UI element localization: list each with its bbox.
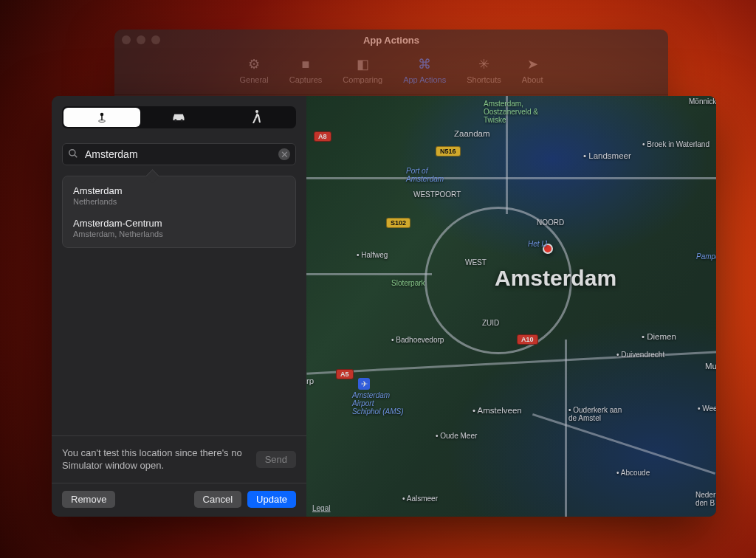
svg-line-7 — [75, 155, 77, 157]
gear-icon: ⚙︎ — [246, 56, 262, 72]
result-primary: Amsterdam-Centrum — [73, 218, 285, 229]
tab-label: Comparing — [343, 75, 382, 84]
map-pin[interactable] — [543, 244, 553, 254]
map-label: Oude Meer — [436, 432, 477, 440]
map-label: Landsmeer — [583, 151, 631, 160]
road-shield: A8 — [314, 131, 331, 142]
svg-point-5 — [255, 110, 258, 113]
tab-label: Shortcuts — [467, 75, 501, 84]
settings-tab-shortcuts[interactable]: ✳︎Shortcuts — [467, 56, 501, 84]
status-row: You can't test this location since there… — [62, 436, 296, 483]
status-text: You can't test this location since there… — [62, 447, 249, 472]
road-shield: S102 — [386, 218, 410, 228]
airplane-icon: ✈ — [358, 378, 370, 390]
remove-button[interactable]: Remove — [62, 491, 115, 508]
result-primary: Amsterdam — [73, 185, 285, 196]
map-label: ZUID — [482, 319, 499, 327]
search-icon — [68, 148, 78, 161]
road — [306, 273, 432, 275]
car-icon — [171, 111, 186, 125]
road-shield: A5 — [336, 369, 354, 379]
map-label: Het IJ — [528, 240, 547, 248]
road-shield: A10 — [517, 334, 538, 345]
map-label: Sloterpark — [391, 279, 425, 287]
map-label: Halfweg — [357, 251, 388, 259]
road — [506, 96, 508, 214]
settings-tab-general[interactable]: ⚙︎General — [240, 56, 269, 84]
map-label: WESTPOORT — [413, 190, 461, 199]
tab-label: Captures — [289, 75, 323, 84]
map-canvas[interactable]: Amsterdam ✈ Legal ZaandamLandsmeerAmster… — [306, 96, 716, 517]
settings-tab-captures[interactable]: ■Captures — [289, 56, 323, 84]
map-label: Weesp — [698, 404, 716, 413]
send-button[interactable]: Send — [256, 451, 296, 468]
settings-title: App Actions — [160, 35, 622, 46]
mode-walk[interactable] — [218, 108, 295, 127]
map-center-label: Amsterdam — [495, 266, 616, 291]
map-label: Mönnicke — [689, 97, 716, 106]
map-label: Badhoevedorp — [391, 336, 444, 344]
command-icon: ⌘ — [416, 56, 433, 72]
tab-label: About — [522, 75, 543, 84]
bottom-buttons: Remove Cancel Update — [62, 483, 296, 508]
search-results-popover: AmsterdamNetherlandsAmsterdam-CentrumAms… — [62, 176, 296, 248]
tab-label: General — [240, 75, 269, 84]
asterisk-icon: ✳︎ — [475, 56, 492, 72]
map-label: Amstelveen — [472, 406, 522, 415]
settings-tabs: ⚙︎General■Captures◧Comparing⌘App Actions… — [114, 50, 668, 95]
result-secondary: Netherlands — [73, 197, 285, 206]
map-legal-link[interactable]: Legal — [312, 504, 330, 512]
map-label: Port ofAmsterdam — [406, 167, 444, 183]
camera-icon: ■ — [298, 56, 314, 72]
mode-pin[interactable] — [63, 108, 140, 127]
split-icon: ◧ — [354, 56, 371, 72]
search-result[interactable]: AmsterdamNetherlands — [63, 179, 295, 212]
pin-mode-icon — [95, 110, 109, 125]
clear-search-icon[interactable]: ✕ — [278, 148, 290, 160]
search-result[interactable]: Amsterdam-CentrumAmsterdam, Netherlands — [63, 212, 295, 244]
rocket-icon: ➤ — [524, 56, 540, 72]
minimize-dot[interactable] — [137, 35, 145, 44]
map-label: Mui — [705, 362, 716, 371]
map-label: Zaandam — [454, 129, 490, 138]
map-label: Ouderkerk aande Amstel — [568, 406, 622, 422]
result-secondary: Amsterdam, Netherlands — [73, 230, 285, 238]
location-window: ✕ AmsterdamNetherlandsAmsterdam-CentrumA… — [52, 96, 716, 517]
map-label: Diemen — [642, 332, 676, 341]
close-dot[interactable] — [122, 35, 131, 44]
road — [306, 351, 716, 374]
location-side-panel: ✕ AmsterdamNetherlandsAmsterdam-CentrumA… — [52, 96, 306, 517]
window-controls[interactable] — [122, 35, 160, 44]
search-wrap: ✕ — [62, 143, 296, 165]
walk-icon — [251, 109, 261, 126]
road — [565, 340, 567, 517]
road — [532, 413, 715, 475]
map-label: AmsterdamAirportSchiphol (AMS) — [352, 391, 403, 416]
mode-drive[interactable] — [140, 108, 217, 127]
settings-tab-about[interactable]: ➤About — [522, 56, 543, 84]
cancel-button[interactable]: Cancel — [194, 491, 241, 508]
settings-tab-app-actions[interactable]: ⌘App Actions — [403, 56, 446, 84]
map-label: Pampus — [696, 252, 716, 261]
zoom-dot[interactable] — [151, 35, 160, 44]
road — [306, 177, 716, 179]
map-label: NOORD — [537, 218, 564, 227]
road-shield: N516 — [436, 146, 461, 156]
road — [425, 207, 572, 354]
map-label: rp — [306, 376, 314, 385]
search-input[interactable] — [62, 143, 296, 165]
map-label: Amsterdam,Oostzanerveld &Twiske — [484, 100, 538, 124]
settings-titlebar: App Actions — [114, 30, 668, 50]
mode-segmented-control[interactable] — [62, 106, 296, 128]
tab-label: App Actions — [403, 75, 446, 84]
map-label: Duivendrecht — [616, 351, 664, 359]
svg-point-6 — [69, 150, 75, 156]
svg-point-3 — [175, 119, 177, 121]
map-label: WEST — [465, 258, 487, 266]
map-label: Nederden B — [695, 491, 715, 507]
map-label: Abcoude — [616, 469, 650, 477]
map-label: Aalsmeer — [402, 495, 438, 503]
settings-tab-comparing[interactable]: ◧Comparing — [343, 56, 382, 84]
update-button[interactable]: Update — [247, 491, 296, 508]
svg-point-4 — [181, 119, 183, 121]
